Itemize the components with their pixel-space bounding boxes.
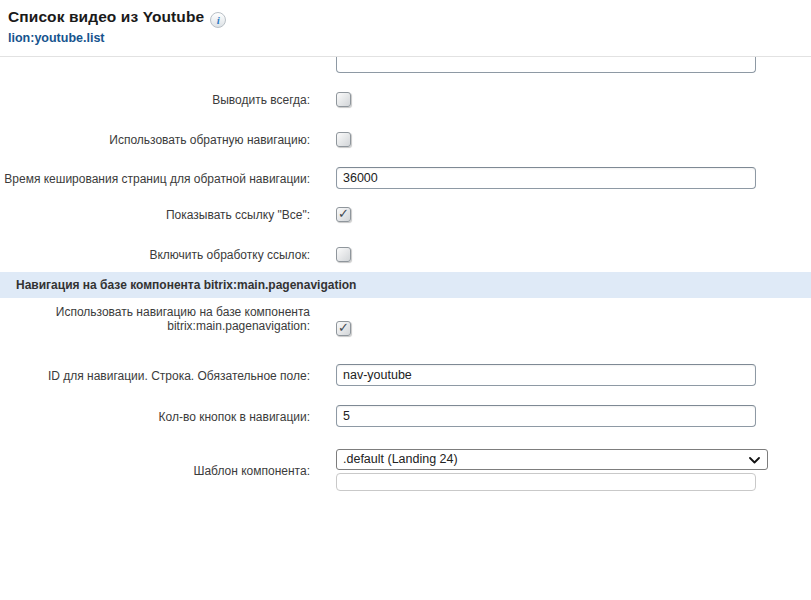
component-template-label: Шаблон компонента: — [0, 464, 310, 478]
component-id-link[interactable]: lion:youtube.list — [8, 31, 105, 45]
show-always-label: Выводить всегда: — [0, 93, 310, 107]
navigation-id-input[interactable] — [336, 364, 756, 386]
show-all-link-label: Показывать ссылку "Все": — [0, 208, 310, 222]
show-all-link-checkbox[interactable] — [336, 207, 351, 222]
page-title: Список видео из Youtubei — [8, 8, 226, 28]
link-processing-checkbox[interactable] — [336, 247, 351, 262]
link-processing-label: Включить обработку ссылок: — [0, 248, 310, 262]
show-always-checkbox[interactable] — [336, 92, 351, 107]
component-settings-page: Список видео из Youtubei lion:youtube.li… — [0, 0, 811, 600]
page-header: Список видео из Youtubei lion:youtube.li… — [8, 8, 226, 46]
component-template-extra-input[interactable] — [336, 473, 756, 491]
reverse-navigation-checkbox[interactable] — [336, 132, 351, 147]
reverse-navigation-label: Использовать обратную навигацию: — [0, 133, 310, 147]
cache-time-label: Время кеширования страниц для обратной н… — [0, 172, 310, 186]
page-title-text: Список видео из Youtube — [8, 8, 204, 25]
use-pagenavigation-label-line1: Использовать навигацию на базе компонент… — [56, 305, 310, 319]
truncated-top-input[interactable] — [336, 57, 756, 73]
section-header-pagenavigation: Навигация на базе компонента bitrix:main… — [0, 272, 811, 298]
info-icon[interactable]: i — [210, 12, 226, 28]
cache-time-input[interactable] — [336, 167, 756, 189]
navigation-id-label: ID для навигации. Строка. Обязательное п… — [0, 369, 310, 383]
chevron-down-icon — [749, 457, 760, 464]
component-template-selected-value: .default (Landing 24) — [343, 452, 458, 466]
navigation-buttons-label: Кол-во кнопок в навигации: — [0, 410, 310, 424]
use-pagenavigation-label-line2: bitrix:main.pagenavigation: — [167, 319, 310, 333]
use-pagenavigation-checkbox[interactable] — [336, 321, 351, 336]
component-template-select[interactable]: .default (Landing 24) — [336, 449, 768, 470]
use-pagenavigation-label: Использовать навигацию на базе компонент… — [0, 305, 310, 333]
navigation-buttons-input[interactable] — [336, 405, 756, 427]
